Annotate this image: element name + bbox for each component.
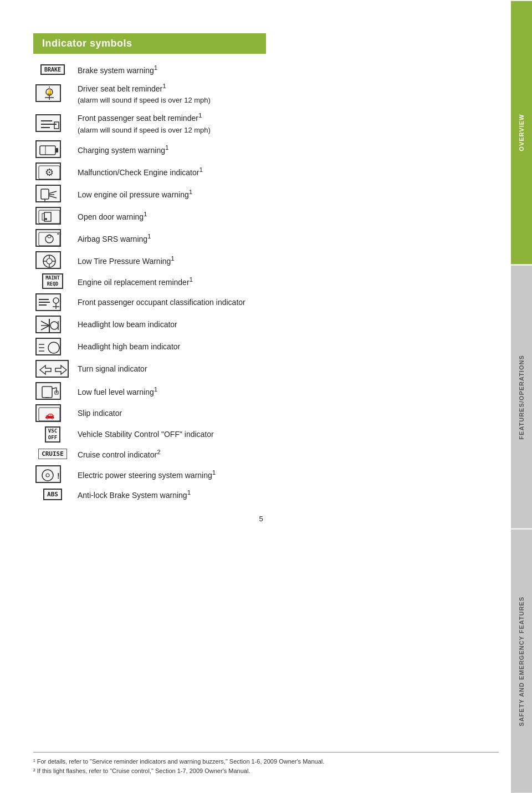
icon-cell: ⚙ [33,160,72,182]
indicator-row: 🚗 Slip indicator [33,402,489,424]
desc-cell: Front passenger occupant classification … [72,291,489,313]
desc-cell: Front passenger seat belt reminder1(alar… [72,108,489,138]
sidebar-tab-overview[interactable]: OVERVIEW [511,0,532,265]
desc-cell: Turn signal indicator [72,358,489,380]
desc-cell: Headlight low beam indicator [72,313,489,336]
icon-cell [33,291,72,313]
icon-cell [33,336,72,358]
footer: ¹ For details, refer to "Service reminde… [33,752,499,776]
svg-rect-8 [54,122,59,129]
svg-point-28 [47,258,52,264]
svg-text:⚙: ⚙ [45,167,54,178]
indicator-row: Low Tire Pressure Warning1 [33,249,489,271]
sidebar-tab-features[interactable]: FEATURES/OPERATIONS [511,265,532,529]
indicator-row: ! Electric power steering system warning… [33,463,489,485]
section-title: Indicator symbols [42,38,132,49]
desc-cell: Cruise control indicator2 [72,445,489,463]
svg-line-16 [49,191,57,194]
icon-cell [33,358,72,380]
desc-cell: Anti-lock Brake System warning1 [72,485,489,504]
svg-point-43 [50,322,58,329]
indicator-row: Headlight high beam indicator [33,336,489,358]
svg-line-42 [41,326,49,330]
svg-line-40 [41,321,49,326]
indicator-row: MAINTREQD Engine oil replacement reminde… [33,271,489,291]
svg-point-24 [45,235,53,243]
desc-cell: Driver seat belt reminder1(alarm will so… [72,79,489,109]
svg-rect-14 [41,189,49,199]
icon-cell [33,108,72,138]
desc-cell: Brake system warning1 [72,60,489,79]
svg-text:*: * [57,232,59,237]
page-number: 5 [33,515,489,523]
main-content: Indicator symbols BRAKE Brake system war… [0,0,511,793]
svg-text:🔔: 🔔 [46,88,53,95]
icon-cell [33,313,72,336]
icon-cell: 🚗 [33,402,72,424]
desc-cell: Airbag SRS warning1 [72,227,489,249]
svg-text:!: ! [57,471,60,480]
indicator-row: Headlight low beam indicator [33,313,489,336]
icon-cell: ! [33,463,72,485]
desc-cell: Charging system warning1 [72,138,489,160]
right-sidebar: OVERVIEW FEATURES/OPERATIONS SAFETY AND … [511,0,532,793]
svg-marker-49 [40,365,51,374]
svg-line-52 [52,388,57,389]
sidebar-tab-overview-label: OVERVIEW [518,114,525,151]
icon-cell: * [33,227,72,249]
icon-cell: BRAKE [33,60,72,79]
desc-cell: Malfunction/Check Engine indicator1 [72,160,489,182]
svg-rect-9 [40,146,55,155]
sidebar-tab-safety-label: SAFETY AND EMERGENCY FEATURES [518,597,525,726]
desc-cell: Vehicle Stability Control "OFF" indicato… [72,424,489,445]
svg-marker-50 [55,365,66,374]
icon-cell: 🔔 [33,79,72,109]
desc-cell: Low Tire Pressure Warning1 [72,249,489,271]
icon-cell [33,138,72,160]
desc-cell: Engine oil replacement reminder1 [72,271,489,291]
svg-rect-51 [42,387,52,398]
section-header: Indicator symbols [33,33,266,54]
indicator-row: ABS Anti-lock Brake System warning1 [33,485,489,504]
indicators-table: BRAKE Brake system warning1 🔔 Driver sea… [33,60,489,504]
icon-cell [33,182,72,205]
icon-cell: VSCOFF [33,424,72,445]
icon-cell [33,380,72,402]
svg-point-48 [48,342,59,353]
sidebar-tab-safety[interactable]: SAFETY AND EMERGENCY FEATURES [511,528,532,793]
desc-cell: Electric power steering system warning1 [72,463,489,485]
svg-point-59 [46,474,49,477]
indicator-row: Low engine oil pressure warning1 [33,182,489,205]
indicator-row: Front passenger occupant classification … [33,291,489,313]
svg-point-58 [42,470,53,481]
icon-cell: ABS [33,485,72,504]
indicator-row: Turn signal indicator [33,358,489,380]
indicator-row: 🔔 Driver seat belt reminder1(alarm will … [33,79,489,109]
indicator-row: Low fuel level warning1 [33,380,489,402]
icon-cell: CRUISE [33,445,72,463]
svg-point-21 [45,218,47,220]
desc-cell: Low fuel level warning1 [72,380,489,402]
svg-rect-10 [55,148,58,152]
indicator-row: * Airbag SRS warning1 [33,227,489,249]
desc-cell: Low engine oil pressure warning1 [72,182,489,205]
footnote-2: ² If this light flashes, refer to "Cruis… [33,766,499,776]
svg-line-18 [49,196,57,198]
icon-cell [33,249,72,271]
indicator-row: Open door warning1 [33,205,489,227]
desc-cell: Open door warning1 [72,205,489,227]
svg-point-36 [53,298,59,303]
svg-text:🚗: 🚗 [45,410,55,420]
svg-rect-20 [44,212,51,221]
icon-cell [33,205,72,227]
indicator-row: CRUISE Cruise control indicator2 [33,445,489,463]
sidebar-tab-features-label: FEATURES/OPERATIONS [518,355,525,439]
icon-cell: MAINTREQD [33,271,72,291]
indicator-row: ⚙ Malfunction/Check Engine indicator1 [33,160,489,182]
indicator-row: Charging system warning1 [33,138,489,160]
indicator-row: BRAKE Brake system warning1 [33,60,489,79]
indicator-row: VSCOFF Vehicle Stability Control "OFF" i… [33,424,489,445]
indicator-row: Front passenger seat belt reminder1(alar… [33,108,489,138]
desc-cell: Slip indicator [72,402,489,424]
footnote-1: ¹ For details, refer to "Service reminde… [33,757,499,767]
